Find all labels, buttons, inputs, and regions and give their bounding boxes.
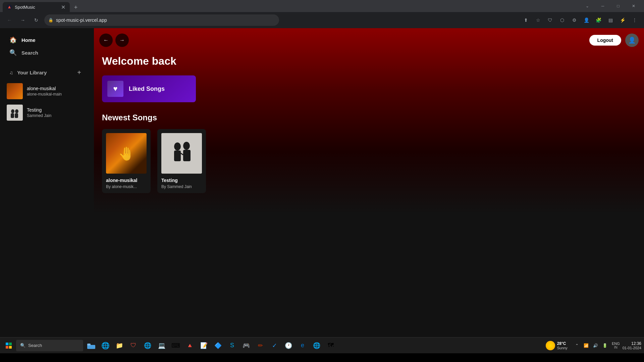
songs-grid: alone-musikal By alone-musik... bbox=[102, 129, 636, 193]
song-card[interactable]: Testing By Sammed Jain bbox=[157, 129, 206, 193]
testing-card-sub: By Sammed Jain bbox=[161, 184, 202, 189]
clock-time: 12:36 bbox=[623, 341, 641, 346]
taskbar-icon-app6[interactable]: 🔺 bbox=[183, 339, 197, 352]
taskbar-icon-clock[interactable]: 🕐 bbox=[282, 339, 295, 352]
forward-nav-button[interactable]: → bbox=[115, 34, 129, 47]
taskbar-icon-app1[interactable]: 📁 bbox=[113, 339, 126, 352]
taskbar-search-icon: 🔍 bbox=[20, 343, 25, 348]
extension-icon-2[interactable]: ⚙ bbox=[569, 15, 580, 25]
tab-bar: SpotMusic ✕ + ⌄ ─ □ ✕ bbox=[0, 0, 644, 12]
tab-close-button[interactable]: ✕ bbox=[60, 4, 66, 10]
taskbar-icon-check[interactable]: ✓ bbox=[268, 339, 281, 352]
library-music-icon: ♫ bbox=[9, 70, 13, 75]
alone-musikal-sub: alone-musikal-main bbox=[27, 92, 62, 97]
library-header: ♫ Your Library + bbox=[0, 62, 94, 80]
active-tab[interactable]: SpotMusic ✕ bbox=[3, 2, 70, 12]
lang-indicator: ENG IN bbox=[612, 342, 620, 349]
nav-home-label: Home bbox=[21, 37, 36, 43]
alone-musikal-info: alone-musikal alone-musikal-main bbox=[27, 86, 62, 97]
lock-icon: 🔒 bbox=[48, 18, 53, 22]
weather-temp: 28°C bbox=[557, 341, 568, 346]
svg-rect-4 bbox=[11, 113, 14, 118]
svg-rect-12 bbox=[6, 343, 8, 345]
alone-musikal-card-title: alone-musikal bbox=[106, 178, 147, 183]
tray-expand[interactable]: ⌃ bbox=[573, 342, 581, 350]
taskbar-icon-app2[interactable]: 🛡 bbox=[127, 339, 140, 352]
taskbar-search-bar[interactable]: 🔍 Search bbox=[16, 340, 83, 351]
logout-button[interactable]: Logout bbox=[589, 35, 621, 46]
back-button[interactable]: ← bbox=[4, 15, 15, 25]
clock-date: 01-01-2024 bbox=[623, 346, 641, 350]
taskbar: 🔍 Search 🌐 📁 🛡 🌐 💻 ⌨ 🔺 📝 🔷 S 🎮 ✏ ✓ 🕐 e 🌐… bbox=[0, 337, 644, 353]
menu-button[interactable]: ⋮ bbox=[629, 15, 640, 25]
profile-button[interactable]: 👤 bbox=[625, 34, 639, 47]
lang-sub-text: IN bbox=[614, 346, 618, 349]
extension-icon-6[interactable]: ⚡ bbox=[617, 15, 628, 25]
tray-battery-icon[interactable]: 🔋 bbox=[601, 342, 609, 350]
tab-list-button[interactable]: ⌄ bbox=[580, 0, 595, 12]
svg-rect-15 bbox=[9, 346, 12, 349]
extension-icon-5[interactable]: ▤ bbox=[605, 15, 616, 25]
list-item[interactable]: Testing Sammed Jain bbox=[3, 102, 91, 123]
extension-icon-1[interactable]: ⬡ bbox=[557, 15, 568, 25]
testing-info: Testing Sammed Jain bbox=[27, 107, 51, 118]
tray-network-icon[interactable]: 📶 bbox=[582, 342, 590, 350]
taskbar-icon-map[interactable]: 🗺 bbox=[324, 339, 337, 352]
liked-songs-icon: ♥ bbox=[107, 81, 123, 97]
nav-arrows: ← → bbox=[99, 34, 129, 47]
nav-home[interactable]: 🏠 Home bbox=[5, 34, 89, 46]
extension-icon-4[interactable]: 🧩 bbox=[593, 15, 604, 25]
svg-rect-8 bbox=[174, 150, 181, 161]
start-button[interactable] bbox=[3, 340, 15, 352]
taskbar-icon-skype[interactable]: S bbox=[225, 339, 239, 352]
new-tab-button[interactable]: + bbox=[71, 3, 80, 12]
nav-search[interactable]: 🔍 Search bbox=[5, 46, 89, 59]
maximize-button[interactable]: □ bbox=[610, 0, 626, 12]
nav-search-label: Search bbox=[21, 50, 38, 56]
weather-info: 28°C Sunny bbox=[557, 341, 568, 350]
forward-button[interactable]: → bbox=[17, 15, 28, 25]
taskbar-icon-chrome2[interactable]: 🌐 bbox=[310, 339, 323, 352]
close-button[interactable]: ✕ bbox=[626, 0, 641, 12]
alone-musikal-name: alone-musikal bbox=[27, 86, 62, 91]
svg-rect-13 bbox=[9, 343, 12, 345]
extension-icon-3[interactable]: 👤 bbox=[581, 15, 592, 25]
main-body: Welcome back ♥ Liked Songs Newest Songs … bbox=[94, 28, 644, 201]
list-item[interactable]: alone-musikal alone-musikal-main bbox=[3, 80, 91, 102]
svg-point-9 bbox=[183, 142, 190, 150]
address-bar: ← → ↻ 🔒 spot-music-pi.vercel.app ⬆ ☆ 🛡 ⬡… bbox=[0, 12, 644, 28]
share-icon[interactable]: ⬆ bbox=[521, 15, 531, 25]
liked-songs-card[interactable]: ♥ Liked Songs bbox=[102, 75, 196, 102]
minimize-button[interactable]: ─ bbox=[595, 0, 610, 12]
url-bar[interactable]: 🔒 spot-music-pi.vercel.app bbox=[44, 14, 279, 26]
sidebar: 🏠 Home 🔍 Search ♫ Your Library + alone-m bbox=[0, 28, 94, 337]
taskbar-icon-edge[interactable]: e bbox=[296, 339, 309, 352]
taskbar-icon-app5[interactable]: ⌨ bbox=[169, 339, 182, 352]
weather-desc: Sunny bbox=[557, 346, 568, 350]
taskbar-icon-app8[interactable]: 🔷 bbox=[211, 339, 225, 352]
alone-musikal-thumbnail bbox=[7, 83, 23, 99]
taskbar-icon-explorer[interactable] bbox=[85, 339, 98, 352]
toolbar-icons: ⬆ ☆ 🛡 ⬡ ⚙ 👤 🧩 ▤ ⚡ ⋮ bbox=[521, 15, 640, 25]
taskbar-icon-xbox[interactable]: 🎮 bbox=[239, 339, 253, 352]
taskbar-right: 28°C Sunny ⌃ 📶 🔊 🔋 ENG IN 12:36 01-01-20… bbox=[546, 341, 641, 350]
extension-norton-icon[interactable]: 🛡 bbox=[545, 15, 555, 25]
system-clock[interactable]: 12:36 01-01-2024 bbox=[623, 341, 641, 350]
tray-volume-icon[interactable]: 🔊 bbox=[592, 342, 600, 350]
song-card[interactable]: alone-musikal By alone-musik... bbox=[102, 129, 151, 193]
svg-point-2 bbox=[11, 109, 14, 113]
taskbar-icon-chrome[interactable]: 🌐 bbox=[99, 339, 112, 352]
add-library-button[interactable]: + bbox=[74, 67, 85, 78]
reload-button[interactable]: ↻ bbox=[31, 15, 42, 25]
search-icon: 🔍 bbox=[9, 49, 17, 56]
taskbar-icon-app9[interactable]: ✏ bbox=[254, 339, 267, 352]
svg-point-7 bbox=[174, 142, 181, 150]
bookmark-icon[interactable]: ☆ bbox=[533, 15, 543, 25]
taskbar-icon-app3[interactable]: 🌐 bbox=[141, 339, 154, 352]
newest-songs-heading: Newest Songs bbox=[102, 113, 636, 122]
testing-thumbnail bbox=[7, 105, 23, 121]
taskbar-icon-app4[interactable]: 💻 bbox=[155, 339, 168, 352]
back-nav-button[interactable]: ← bbox=[99, 34, 113, 47]
taskbar-icon-app7[interactable]: 📝 bbox=[197, 339, 211, 352]
url-text: spot-music-pi.vercel.app bbox=[56, 17, 275, 23]
